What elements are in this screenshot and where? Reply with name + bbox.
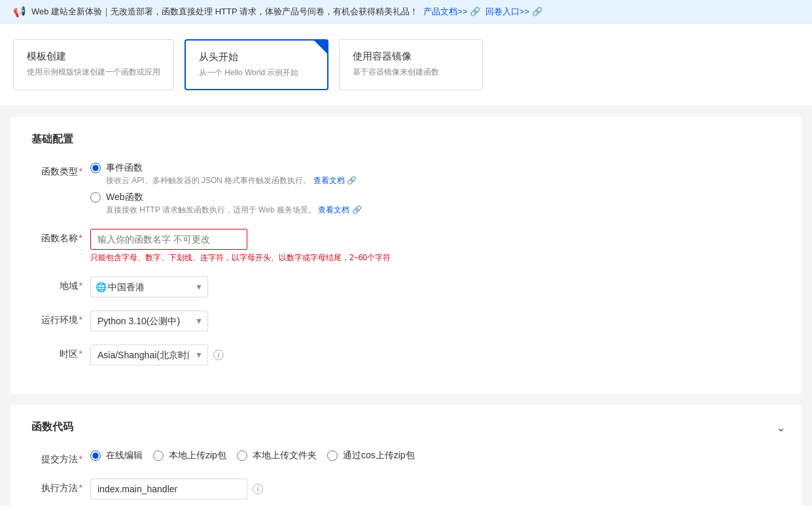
submit-online-label[interactable]: 在线编辑 [90, 450, 143, 462]
region-content: 🌐 中国香港 ▼ [90, 277, 781, 297]
template-card-container-title: 使用容器镜像 [353, 50, 469, 63]
submit-folder-label[interactable]: 本地上传文件夹 [237, 450, 317, 462]
event-function-label: 事件函数 [106, 162, 143, 174]
basic-config-title: 基础配置 [31, 133, 781, 146]
template-section: 模板创建 使用示例模版快速创建一个函数或应用 从头开始 从一个 Hello Wo… [0, 24, 812, 107]
collapse-icon[interactable]: ⌄ [776, 420, 786, 435]
submit-cos-radio[interactable] [327, 450, 338, 461]
top-banner: 📢 Web 建站全新体验｜无改造部署，函数直接处理 HTTP 请求，体验产品号间… [0, 0, 812, 24]
region-select-wrapper: 🌐 中国香港 ▼ [90, 277, 208, 297]
template-card-template[interactable]: 模板创建 使用示例模版快速创建一个函数或应用 [13, 39, 174, 90]
banner-link-docs[interactable]: 产品文档>> 🔗 [423, 6, 480, 18]
submit-method-row: 提交方法* 在线编辑 本地上传zip包 本地上传文件夹 [31, 450, 781, 465]
event-function-radio-label[interactable]: 事件函数 [90, 162, 781, 174]
submit-method-label: 提交方法* [31, 450, 90, 465]
submit-method-content: 在线编辑 本地上传zip包 本地上传文件夹 通过cos上传zip包 [90, 450, 781, 462]
template-card-template-desc: 使用示例模版快速创建一个函数或应用 [27, 67, 160, 78]
function-name-error: 只能包含字母、数字、下划线、连字符，以字母开头、以数字或字母结尾，2~60个字符 [90, 252, 781, 263]
template-card-container[interactable]: 使用容器镜像 基于容器镜像来创建函数 [339, 39, 483, 90]
region-row: 地域* 🌐 中国香港 ▼ [31, 277, 781, 297]
function-name-input[interactable] [90, 229, 247, 250]
event-function-doc-link[interactable]: 查看文档 [313, 176, 345, 185]
web-function-option: Web函数 直接接收 HTTP 请求触发函数执行，适用于 Web 服务场景。 查… [90, 192, 781, 216]
web-function-label: Web函数 [106, 192, 143, 203]
submit-zip-radio[interactable] [153, 450, 164, 461]
timezone-row: 时区* Asia/Shanghai(北京时间) ▼ i [31, 345, 781, 365]
globe-icon: 🌐 [96, 282, 107, 292]
submit-cos-label[interactable]: 通过cos上传zip包 [327, 450, 415, 462]
execution-method-label: 执行方法* [31, 479, 90, 494]
submit-options: 在线编辑 本地上传zip包 本地上传文件夹 通过cos上传zip包 [90, 450, 781, 462]
function-type-row: 函数类型* 事件函数 接收云 API、多种触发器的 JSON 格式事件触发函数执… [31, 162, 781, 216]
web-function-radio[interactable] [90, 192, 101, 203]
template-card-scratch[interactable]: 从头开始 从一个 Hello World 示例开始 [185, 39, 328, 90]
runtime-select-wrapper: Python 3.10(公测中) ▼ [90, 311, 208, 331]
main-content: 基础配置 函数类型* 事件函数 接收云 API、多种触发器的 JSON 格式事件… [0, 117, 812, 506]
event-function-desc: 接收云 API、多种触发器的 JSON 格式事件触发函数执行。 查看文档 🔗 [106, 175, 781, 186]
speaker-icon: 📢 [13, 5, 26, 18]
region-select[interactable]: 中国香港 [90, 277, 208, 297]
basic-config-section: 基础配置 函数类型* 事件函数 接收云 API、多种触发器的 JSON 格式事件… [10, 117, 802, 394]
timezone-content: Asia/Shanghai(北京时间) ▼ i [90, 345, 781, 365]
submit-online-text: 在线编辑 [106, 450, 143, 462]
template-card-scratch-desc: 从一个 Hello World 示例开始 [199, 67, 314, 78]
function-type-content: 事件函数 接收云 API、多种触发器的 JSON 格式事件触发函数执行。 查看文… [90, 162, 781, 216]
template-card-template-title: 模板创建 [27, 50, 160, 63]
execution-method-row: 执行方法* i [31, 479, 781, 499]
event-function-option: 事件函数 接收云 API、多种触发器的 JSON 格式事件触发函数执行。 查看文… [90, 162, 781, 186]
template-card-scratch-title: 从头开始 [199, 51, 314, 63]
submit-folder-text: 本地上传文件夹 [253, 450, 317, 462]
banner-text: Web 建站全新体验｜无改造部署，函数直接处理 HTTP 请求，体验产品号间卷，… [31, 6, 418, 18]
template-card-container-desc: 基于容器镜像来创建函数 [353, 67, 469, 78]
function-name-row: 函数名称* 只能包含字母、数字、下划线、连字符，以字母开头、以数字或字母结尾，2… [31, 229, 781, 263]
execution-method-info-icon[interactable]: i [253, 484, 263, 494]
code-config-title: 函数代码 [31, 420, 781, 434]
region-label: 地域* [31, 277, 90, 292]
timezone-select-wrapper: Asia/Shanghai(北京时间) ▼ [90, 345, 208, 365]
function-type-label: 函数类型* [31, 162, 90, 178]
runtime-row: 运行环境* Python 3.10(公测中) ▼ [31, 311, 781, 331]
submit-online-radio[interactable] [90, 450, 101, 461]
submit-cos-text: 通过cos上传zip包 [343, 450, 415, 462]
runtime-content: Python 3.10(公测中) ▼ [90, 311, 781, 331]
web-function-doc-link[interactable]: 查看文档 [318, 205, 349, 214]
timezone-select[interactable]: Asia/Shanghai(北京时间) [90, 345, 208, 365]
submit-zip-text: 本地上传zip包 [169, 450, 226, 462]
runtime-label: 运行环境* [31, 311, 90, 326]
web-function-desc: 直接接收 HTTP 请求触发函数执行，适用于 Web 服务场景。 查看文档 🔗 [106, 205, 781, 216]
execution-method-input[interactable] [90, 479, 247, 499]
function-name-content: 只能包含字母、数字、下划线、连字符，以字母开头、以数字或字母结尾，2~60个字符 [90, 229, 781, 263]
web-function-radio-label[interactable]: Web函数 [90, 192, 781, 203]
event-function-radio[interactable] [90, 163, 101, 173]
timezone-info-icon[interactable]: i [213, 350, 224, 360]
submit-zip-label[interactable]: 本地上传zip包 [153, 450, 226, 462]
function-type-radio-group: 事件函数 接收云 API、多种触发器的 JSON 格式事件触发函数执行。 查看文… [90, 162, 781, 216]
timezone-label: 时区* [31, 345, 90, 360]
function-name-label: 函数名称* [31, 229, 90, 245]
execution-method-content: i [90, 479, 781, 499]
banner-link-survey[interactable]: 回卷入口>> 🔗 [485, 6, 542, 18]
code-config-section: 函数代码 ⌄ 提交方法* 在线编辑 本地上传zip包 [10, 405, 802, 506]
submit-folder-radio[interactable] [237, 450, 247, 461]
runtime-select[interactable]: Python 3.10(公测中) [90, 311, 208, 331]
